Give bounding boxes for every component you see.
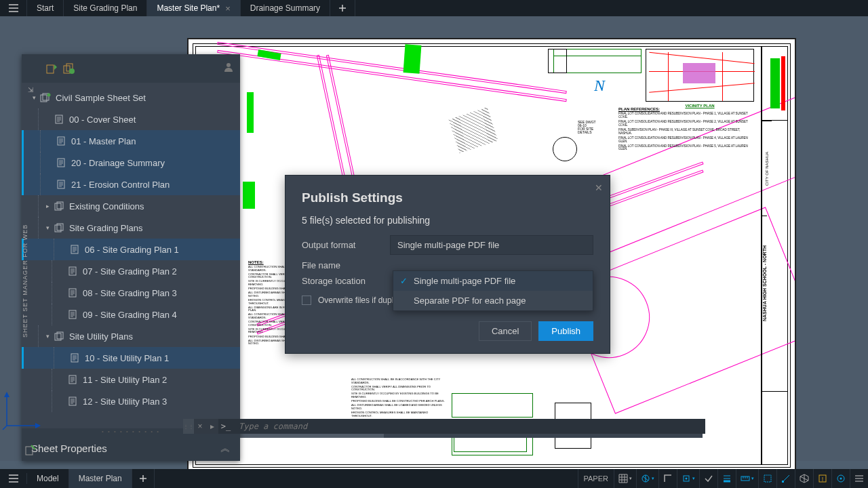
tree-sheet[interactable]: 10 - Site Utility Plan 1 <box>22 347 240 369</box>
sheet-icon <box>55 179 67 190</box>
svg-point-7 <box>47 94 51 97</box>
svg-rect-8 <box>56 115 62 123</box>
layout-menu-button[interactable] <box>0 473 27 484</box>
svg-rect-17 <box>69 267 76 275</box>
isoplane-toggle-icon[interactable] <box>795 469 813 488</box>
ortho-toggle-icon[interactable] <box>658 469 677 488</box>
svg-point-35 <box>840 478 842 480</box>
missing-ref-icon[interactable]: ! <box>813 469 831 488</box>
tree-sheet[interactable]: 21 - Erosion Control Plan <box>22 174 240 195</box>
sheet-icon <box>55 157 67 168</box>
output-format-select[interactable]: Single multi-page PDF file <box>390 235 593 255</box>
close-icon[interactable]: × <box>194 422 206 431</box>
panel-header <box>22 54 240 83</box>
dropdown-option[interactable]: Single multi-page PDF file <box>393 271 593 291</box>
tree-item-label: 12 - Site Utility Plan 3 <box>83 396 167 407</box>
sheet-icon <box>68 352 81 363</box>
selection-toggle-icon[interactable] <box>758 469 776 488</box>
tree-subset[interactable]: ▸Existing Conditions <box>22 195 240 217</box>
output-format-label: Output format <box>302 240 390 250</box>
command-input[interactable] <box>233 419 705 434</box>
svg-point-3 <box>69 68 75 74</box>
tree-item-label: Existing Conditions <box>69 201 144 211</box>
tree-sheet[interactable]: 07 - Site Grading Plan 2 <box>22 260 240 282</box>
user-icon[interactable] <box>224 62 233 74</box>
tree-sheet[interactable]: 08 - Site Grading Plan 3 <box>22 282 240 304</box>
tree-sheet[interactable]: 00 - Cover Sheet <box>22 108 240 130</box>
checkbox-icon[interactable] <box>302 296 311 305</box>
dropdown-option[interactable]: Separate PDF for each page <box>393 291 593 310</box>
sheet-icon <box>66 287 79 298</box>
tree-sheet[interactable]: 20 - Drainage Summary <box>22 152 240 174</box>
sheet-properties-header[interactable]: Sheet Properties ︽ <box>22 435 240 461</box>
otrack-toggle-icon[interactable] <box>699 469 717 488</box>
layout-tab-active[interactable]: Master Plan <box>69 469 132 488</box>
panel-title-vertical[interactable]: SHEET SET MANAGER FOR WEB <box>22 199 35 362</box>
new-tab-button[interactable] <box>330 0 355 16</box>
close-icon[interactable]: × <box>225 3 231 14</box>
sheet-set-palette-icon[interactable] <box>24 444 37 458</box>
vicinity-plan: VICINITY PLAN <box>646 49 754 102</box>
chevron-up-icon[interactable]: ︽ <box>220 442 231 455</box>
sheet-icon <box>66 309 79 320</box>
svg-rect-9 <box>58 137 64 145</box>
subset-icon <box>53 331 65 342</box>
plan-references: PLAN REFERENCES: FINAL LOT CONSOLIDATION… <box>618 107 754 152</box>
sheet-icon <box>53 114 65 125</box>
tree-item-label: 08 - Site Grading Plan 3 <box>83 288 177 298</box>
endpoint-toggle-icon[interactable] <box>776 469 795 488</box>
sheet-icon <box>66 374 79 385</box>
svg-point-28 <box>686 478 688 480</box>
tree-item-label: 01 - Master Plan <box>71 136 136 146</box>
title-block: CITY OF NASHUA NASHUA HIGH SCHOOL - NORT… <box>761 46 788 465</box>
refresh-sheets-icon[interactable] <box>62 62 76 75</box>
svg-rect-19 <box>69 310 76 319</box>
sheet-icon <box>66 396 79 407</box>
file-tab[interactable]: Drainage Summary <box>241 0 330 16</box>
svg-rect-10 <box>58 159 64 167</box>
tree-sheet[interactable]: 11 - Site Utility Plan 2 <box>22 369 240 390</box>
dialog-subtitle: 5 file(s) selected for publishing <box>285 215 610 232</box>
subset-icon <box>53 222 65 233</box>
cancel-button[interactable]: Cancel <box>479 321 532 341</box>
tree-sheet[interactable]: 09 - Site Grading Plan 4 <box>22 304 240 325</box>
chevron-right-icon[interactable]: ▸ <box>206 422 218 431</box>
tree-item-label: Civil Sample Sheet Set <box>56 93 146 103</box>
lineweight-toggle-icon[interactable] <box>717 469 736 488</box>
space-toggle[interactable]: PAPER <box>578 469 614 488</box>
polar-toggle-icon[interactable]: ▾ <box>636 469 658 488</box>
publish-button[interactable]: Publish <box>538 321 593 341</box>
tree-sheet[interactable]: 01 - Master Plan <box>22 130 240 152</box>
svg-rect-11 <box>58 180 64 188</box>
app-menu-button[interactable] <box>0 0 27 16</box>
publish-settings-dialog: ✕ Publish Settings 5 file(s) selected fo… <box>285 175 610 354</box>
tree-item-label: 21 - Erosion Control Plan <box>71 180 170 190</box>
north-arrow: N <box>594 77 605 95</box>
close-icon[interactable]: ✕ <box>595 182 603 193</box>
tree-sheet[interactable]: 06 - Site Grading Plan 1 <box>22 239 240 260</box>
units-toggle-icon[interactable]: ▾ <box>736 469 758 488</box>
layout-tab-model[interactable]: Model <box>27 469 69 488</box>
customize-status-icon[interactable] <box>850 469 868 488</box>
grid-toggle-icon[interactable]: ▾ <box>614 469 636 488</box>
sheet-icon <box>68 244 81 255</box>
file-name-label: File name <box>302 260 390 270</box>
sheet-set-icon <box>39 92 52 103</box>
hardware-accel-icon[interactable] <box>831 469 850 488</box>
tree-subset[interactable]: ▾Site Utility Plans <box>22 325 240 347</box>
tree-sheet[interactable]: 12 - Site Utility Plan 3 <box>22 390 240 412</box>
sheet-tree[interactable]: ▾Civil Sample Sheet Set00 - Cover Sheet0… <box>22 83 240 428</box>
osnap-toggle-icon[interactable]: ▾ <box>677 469 699 488</box>
file-tab[interactable]: Site Grading Plan <box>64 0 147 16</box>
tree-subset[interactable]: ▾Site Grading Plans <box>22 217 240 239</box>
tree-item-label: 06 - Site Grading Plan 1 <box>85 245 179 255</box>
tree-sheet[interactable]: ▾Civil Sample Sheet Set <box>22 87 240 108</box>
drag-handle-icon[interactable]: ⋮⋮ <box>183 419 194 434</box>
file-tab-start[interactable]: Start <box>27 0 64 16</box>
dialog-title: Publish Settings <box>285 176 610 215</box>
add-layout-button[interactable] <box>132 469 155 488</box>
publish-sheets-icon[interactable] <box>45 62 58 75</box>
file-tab-active[interactable]: Master Site Plan*× <box>147 0 240 16</box>
tree-item-label: Site Grading Plans <box>69 223 142 233</box>
svg-point-4 <box>226 63 231 67</box>
